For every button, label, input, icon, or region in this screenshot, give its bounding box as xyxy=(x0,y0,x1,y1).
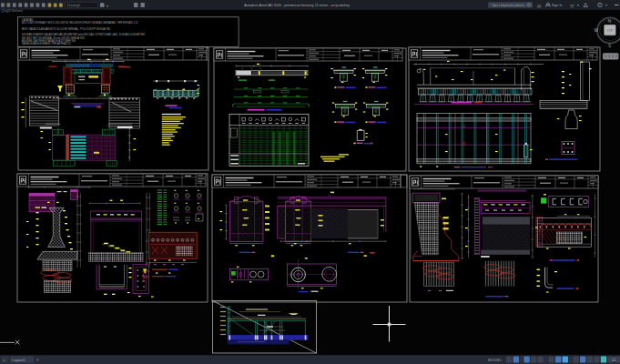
svg-text:TOP: TOP xyxy=(606,29,614,33)
svg-text:▾: ▾ xyxy=(577,4,579,7)
svg-text:MODEL: MODEL xyxy=(488,358,503,362)
svg-text:▾: ▾ xyxy=(605,4,607,7)
svg-text:☰: ☰ xyxy=(612,357,616,362)
svg-text:·: · xyxy=(591,3,592,7)
svg-text:Type a keyword or phrase: Type a keyword or phrase xyxy=(492,4,524,7)
svg-text:N: N xyxy=(608,19,612,24)
svg-text:?: ? xyxy=(599,4,601,7)
svg-text:Sign In: Sign In xyxy=(552,4,562,7)
svg-text:MUTU BETON READY MIX K-350 UNT: MUTU BETON READY MIX K-350 UNTUK SELURUH… xyxy=(22,21,138,25)
svg-text:SAMBUNGAN EKSPANSI TIPE ASPHAL: SAMBUNGAN EKSPANSI TIPE ASPHALTIC xyxy=(22,42,71,46)
svg-text:+: + xyxy=(36,358,39,362)
svg-text:W: W xyxy=(595,28,599,33)
svg-text:Layout1: Layout1 xyxy=(13,358,26,362)
svg-text:◂: ◂ xyxy=(3,359,5,362)
svg-text:🕮: 🕮 xyxy=(537,4,542,8)
svg-text:Autodesk AutoCAD 2020 - pembes: Autodesk AutoCAD 2020 - pembesian bentan… xyxy=(244,4,350,7)
svg-text:BESI / BAJA TULANGAN BJTD 40 (: BESI / BAJA TULANGAN BJTD 40 (ULIR) MINI… xyxy=(22,27,110,31)
svg-text:Drawing1: Drawing1 xyxy=(67,4,80,7)
svg-text:S: S xyxy=(608,44,611,48)
svg-text:[-][Top][2D Wireframe]: [-][Top][2D Wireframe] xyxy=(1,9,23,13)
svg-text:▾: ▾ xyxy=(107,4,108,8)
